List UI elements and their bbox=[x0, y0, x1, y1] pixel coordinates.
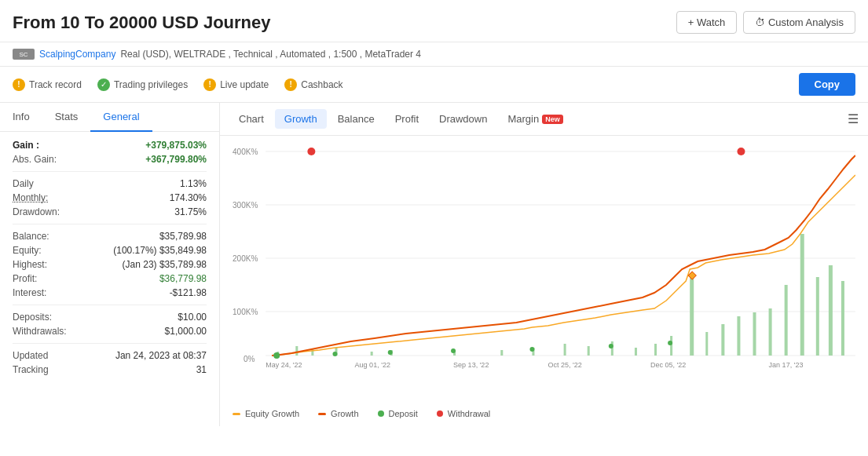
svg-rect-23 bbox=[654, 344, 657, 356]
live-update-status: ! Live update bbox=[203, 78, 269, 91]
svg-point-41 bbox=[451, 348, 456, 353]
chart-legend: Equity Growth Growth Deposit Withdrawal bbox=[220, 403, 868, 426]
svg-rect-11 bbox=[295, 346, 298, 356]
monthly-row: Monthly: 174.30% bbox=[13, 192, 207, 203]
balance-row: Balance: $35,789.98 bbox=[13, 231, 207, 242]
svg-rect-32 bbox=[800, 234, 804, 356]
growth-color bbox=[318, 413, 326, 415]
svg-text:300K%: 300K% bbox=[233, 201, 258, 210]
svg-point-43 bbox=[609, 344, 613, 348]
sub-header: SC ScalpingCompany Real (USD), WELTRADE … bbox=[0, 42, 868, 67]
chart-tab-growth[interactable]: Growth bbox=[275, 109, 327, 129]
svg-text:Sep 13, '22: Sep 13, '22 bbox=[453, 361, 489, 369]
right-panel: Chart Growth Balance Profit Drawdown Mar… bbox=[220, 103, 868, 426]
legend-equity-growth: Equity Growth bbox=[233, 409, 299, 418]
svg-rect-20 bbox=[588, 346, 590, 356]
highest-label: Highest: bbox=[13, 259, 47, 270]
svg-rect-35 bbox=[841, 281, 844, 356]
chart-tab-margin[interactable]: Margin New bbox=[498, 109, 572, 129]
deposits-label: Deposits: bbox=[13, 312, 52, 323]
profit-value: $36,779.98 bbox=[159, 273, 207, 284]
equity-growth-label: Equity Growth bbox=[245, 409, 299, 418]
track-record-icon: ! bbox=[13, 78, 25, 91]
chart-tab-drawdown[interactable]: Drawdown bbox=[430, 109, 496, 129]
growth-chart: 400K% 300K% 200K% 100K% 0% bbox=[233, 144, 855, 371]
monthly-value: 174.30% bbox=[170, 192, 207, 203]
abs-gain-value: +367,799.80% bbox=[145, 154, 207, 165]
svg-point-40 bbox=[388, 350, 393, 355]
gain-label: Gain : bbox=[13, 140, 39, 151]
abs-gain-label: Abs. Gain: bbox=[13, 154, 57, 165]
profit-label: Profit: bbox=[13, 273, 37, 284]
left-tab-bar: Info Stats General bbox=[0, 103, 219, 132]
svg-text:Aug 01, '22: Aug 01, '22 bbox=[355, 361, 390, 369]
svg-rect-24 bbox=[670, 336, 672, 356]
withdrawal-label: Withdrawal bbox=[448, 409, 490, 418]
trading-privileges-icon: ✓ bbox=[97, 78, 110, 91]
svg-point-37 bbox=[737, 148, 745, 155]
highest-row: Highest: (Jan 23) $35,789.98 bbox=[13, 259, 207, 270]
broker-link[interactable]: ScalpingCompany bbox=[39, 49, 115, 60]
highest-value: (Jan 23) $35,789.98 bbox=[123, 259, 207, 270]
svg-rect-19 bbox=[564, 344, 566, 356]
status-bar: ! Track record ✓ Trading privileges ! Li… bbox=[0, 67, 868, 103]
daily-label: Daily bbox=[13, 178, 34, 189]
svg-point-36 bbox=[307, 148, 315, 155]
tab-info[interactable]: Info bbox=[0, 103, 42, 132]
daily-value: 1.13% bbox=[180, 178, 207, 189]
svg-rect-29 bbox=[753, 312, 756, 356]
stats-section: Gain : +379,875.03% Abs. Gain: +367,799.… bbox=[0, 132, 219, 386]
chart-tabs: Chart Growth Balance Profit Drawdown Mar… bbox=[220, 103, 868, 136]
svg-point-42 bbox=[529, 347, 534, 352]
watch-button[interactable]: + Watch bbox=[676, 11, 738, 34]
profit-row: Profit: $36,779.98 bbox=[13, 273, 207, 284]
top-header: From 10 To 20000 USD Journey + Watch ⏱ C… bbox=[0, 0, 868, 42]
interest-value: -$121.98 bbox=[170, 287, 207, 298]
chart-tab-balance[interactable]: Balance bbox=[328, 109, 384, 129]
deposit-color bbox=[378, 410, 384, 417]
interest-row: Interest: -$121.98 bbox=[13, 287, 207, 298]
equity-growth-color bbox=[233, 413, 240, 415]
live-update-icon: ! bbox=[203, 78, 216, 91]
withdrawals-label: Withdrawals: bbox=[13, 326, 67, 337]
chart-tab-group: Chart Growth Balance Profit Drawdown Mar… bbox=[229, 109, 573, 129]
status-items: ! Track record ✓ Trading privileges ! Li… bbox=[13, 78, 343, 91]
tab-stats[interactable]: Stats bbox=[42, 103, 91, 132]
svg-rect-30 bbox=[769, 308, 772, 356]
divider-4 bbox=[13, 343, 207, 344]
updated-label: Updated bbox=[13, 350, 48, 361]
chart-tab-profit[interactable]: Profit bbox=[386, 109, 428, 129]
tab-general[interactable]: General bbox=[90, 103, 152, 132]
balance-label: Balance: bbox=[13, 231, 49, 242]
svg-point-39 bbox=[332, 352, 337, 356]
svg-point-38 bbox=[273, 352, 280, 359]
monthly-label: Monthly: bbox=[13, 192, 48, 203]
svg-text:0%: 0% bbox=[244, 355, 255, 363]
svg-text:Jan 17, '23: Jan 17, '23 bbox=[769, 361, 804, 369]
new-badge: New bbox=[542, 115, 563, 124]
live-update-label: Live update bbox=[220, 79, 269, 90]
withdrawals-row: Withdrawals: $1,000.00 bbox=[13, 326, 207, 337]
gain-row: Gain : +379,875.03% bbox=[13, 140, 207, 151]
daily-row: Daily 1.13% bbox=[13, 178, 207, 189]
svg-rect-17 bbox=[500, 350, 503, 356]
deposits-row: Deposits: $10.00 bbox=[13, 312, 207, 323]
deposits-value: $10.00 bbox=[178, 312, 207, 323]
divider-3 bbox=[13, 305, 207, 305]
chart-tab-chart[interactable]: Chart bbox=[229, 109, 273, 129]
svg-rect-21 bbox=[611, 341, 613, 356]
svg-rect-34 bbox=[829, 265, 833, 356]
page-title: From 10 To 20000 USD Journey bbox=[13, 13, 271, 33]
trading-privileges-status: ✓ Trading privileges bbox=[97, 78, 188, 91]
divider-2 bbox=[13, 224, 207, 224]
divider-1 bbox=[13, 171, 207, 172]
legend-withdrawal: Withdrawal bbox=[437, 409, 490, 418]
copy-button[interactable]: Copy bbox=[799, 73, 856, 96]
abs-gain-row: Abs. Gain: +367,799.80% bbox=[13, 154, 207, 165]
trading-privileges-label: Trading privileges bbox=[114, 79, 188, 90]
gain-value: +379,875.03% bbox=[145, 140, 207, 151]
interest-label: Interest: bbox=[13, 287, 46, 298]
broker-details: Real (USD), WELTRADE , Technical , Autom… bbox=[120, 49, 421, 60]
custom-analysis-button[interactable]: ⏱ Custom Analysis bbox=[743, 11, 855, 34]
filter-icon[interactable]: ☰ bbox=[848, 111, 859, 126]
